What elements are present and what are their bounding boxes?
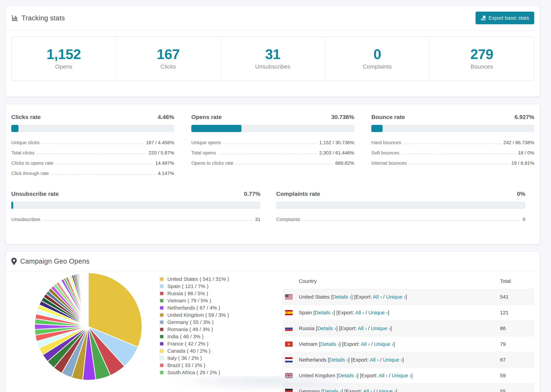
legend-label: India ( 46 / 3% ): [167, 334, 204, 339]
bracket-text: [: [315, 325, 318, 331]
rates-card: Clicks rate 4.46% Unique clicks 167 / 4.…: [6, 104, 540, 245]
details-link[interactable]: Details ›: [332, 294, 351, 300]
export-prefix-text: ] [Export:: [342, 388, 363, 392]
legend-swatch: [160, 284, 164, 288]
details-link[interactable]: Details ›: [317, 325, 336, 331]
export-all-link[interactable]: All ›: [355, 310, 364, 315]
legend-item: Italy ( 36 / 2% ): [160, 355, 229, 362]
bracket-close-text: ]: [402, 357, 404, 363]
export-all-link[interactable]: All ›: [361, 341, 370, 347]
rate-row-value: 242 / 86.738%: [503, 140, 534, 145]
rate-rows: Complaints 0: [276, 217, 525, 222]
legend-swatch: [160, 363, 164, 368]
geo-table-row: United States [Details ›] [Export: All ›…: [282, 289, 534, 305]
details-link[interactable]: Details ›: [320, 341, 339, 347]
rate-title: Complaints rate: [276, 190, 320, 197]
rate-rows: Unique opens 1,152 / 30.736% Total opens…: [191, 140, 354, 166]
bracket-close-text: ]: [406, 294, 407, 300]
rate-rows: Unsubscribes 31: [11, 217, 261, 222]
legend-label: Vietnam ( 79 / 5% ): [167, 298, 211, 304]
bracket-close-text: ]: [393, 341, 395, 347]
export-basic-stats-button[interactable]: Export basic stats: [475, 12, 534, 24]
legend-swatch: [160, 349, 164, 353]
rate-value: 0%: [517, 190, 525, 197]
export-prefix-text: ] [Export:: [339, 341, 361, 347]
country-name: United Kingdom: [299, 373, 335, 378]
country-total: 79: [500, 341, 534, 347]
export-unique-link[interactable]: Unique ›: [386, 294, 405, 300]
rate-head: Opens rate 30.736%: [191, 114, 354, 120]
stat-cell: 1,152 Opens: [12, 37, 116, 81]
bracket-text: [: [335, 373, 338, 378]
stat-value: 279: [430, 46, 534, 62]
rate-title: Opens rate: [191, 114, 222, 120]
country-flag-icon: [285, 310, 293, 315]
geo-pie-chart: [33, 271, 143, 382]
dotted-leader: [403, 143, 501, 144]
export-icon: [481, 15, 486, 21]
country-cell: Russia [Details ›] [Export: All › / Uniq…: [299, 325, 392, 331]
export-unique-link[interactable]: Unique ›: [376, 388, 396, 392]
country-flag-icon: [285, 357, 293, 362]
legend-item: Russia ( 86 / 5% ): [160, 290, 229, 297]
bracket-text: [: [312, 310, 315, 315]
country-cell: United States [Details ›] [Export: All ›…: [299, 294, 407, 300]
legend-item: South Africa ( 29 / 2% ): [160, 369, 229, 376]
stat-label: Clicks: [116, 63, 220, 70]
rate-row-value: 14.497%: [155, 161, 174, 166]
country-total: 541: [500, 294, 534, 300]
rate-value: 30.736%: [331, 114, 354, 120]
geo-legend: United States ( 541 / 31% ) Spain ( 121 …: [160, 275, 229, 376]
stat-value: 31: [221, 46, 325, 62]
rate-row-label: Clicks to opens rate: [11, 161, 53, 166]
rate-row: Hard bounces 242 / 86.738%: [371, 140, 534, 145]
legend-item: United Kingdom ( 59 / 3% ): [160, 311, 229, 319]
details-link[interactable]: Details ›: [315, 310, 333, 315]
stat-value: 1,152: [12, 46, 116, 62]
country-cell: Spain [Details ›] [Export: All › / Uniqu…: [299, 310, 389, 315]
geo-table-row: Spain [Details ›] [Export: All › / Uniqu…: [282, 305, 534, 321]
pie-svg: [33, 271, 143, 382]
tracking-stats-header: Tracking stats Export basic stats: [6, 6, 540, 30]
export-unique-link[interactable]: Unique ›: [392, 373, 411, 378]
bracket-text: [: [326, 357, 329, 363]
export-all-link[interactable]: All ›: [358, 325, 367, 331]
geo-table: Country Total United States [Details ›] …: [282, 273, 534, 392]
rate-row-label: Soft bounces: [371, 150, 399, 156]
export-unique-link[interactable]: Unique ›: [383, 357, 402, 363]
export-unique-link[interactable]: Unique ›: [371, 325, 390, 331]
country-flag-icon: [285, 373, 293, 378]
rate-row: Unsubscribes 31: [11, 217, 261, 222]
details-link[interactable]: Details ›: [338, 373, 357, 378]
rate-row: Unique opens 1,152 / 30.736%: [191, 140, 354, 145]
stat-label: Bounces: [430, 63, 534, 70]
details-link[interactable]: Details ›: [323, 388, 342, 392]
rates-body: Clicks rate 4.46% Unique clicks 167 / 4.…: [6, 104, 540, 244]
rate-head: Unsubscribe rate 0.77%: [11, 190, 261, 197]
rate-row: Unique clicks 167 / 4.456%: [11, 140, 174, 145]
export-all-link[interactable]: All ›: [373, 294, 382, 300]
rate-row: Clicks to opens rate 14.497%: [11, 161, 174, 166]
details-link[interactable]: Details ›: [329, 357, 348, 363]
rate-row: Complaints 0: [276, 217, 525, 222]
legend-item: Romania ( 49 / 3% ): [160, 326, 229, 333]
export-all-link[interactable]: All ›: [379, 373, 388, 378]
rates-grid-bottom: Unsubscribe rate 0.77% Unsubscribes 31 C…: [11, 190, 534, 222]
rate-head: Clicks rate 4.46%: [11, 114, 174, 120]
progress-bar-track: [191, 125, 354, 132]
export-button-label: Export basic stats: [488, 15, 529, 21]
slash-text: /: [364, 310, 368, 315]
legend-label: Netherlands ( 67 / 4% ): [167, 305, 220, 311]
column-header-total: Total: [500, 278, 534, 284]
rate-row-value: 220 / 5.87%: [149, 150, 174, 156]
slash-text: /: [367, 325, 371, 331]
progress-bar-track: [11, 202, 261, 209]
export-all-link[interactable]: All ›: [363, 388, 372, 392]
export-unique-link[interactable]: Unique ›: [374, 341, 393, 347]
stat-cell: 31 Unsubscribes: [221, 37, 325, 81]
export-unique-link[interactable]: Unique ›: [368, 310, 388, 315]
rate-title: Clicks rate: [11, 114, 41, 120]
legend-swatch: [160, 298, 164, 303]
legend-item: France ( 42 / 2% ): [160, 340, 229, 347]
export-all-link[interactable]: All ›: [370, 357, 379, 363]
